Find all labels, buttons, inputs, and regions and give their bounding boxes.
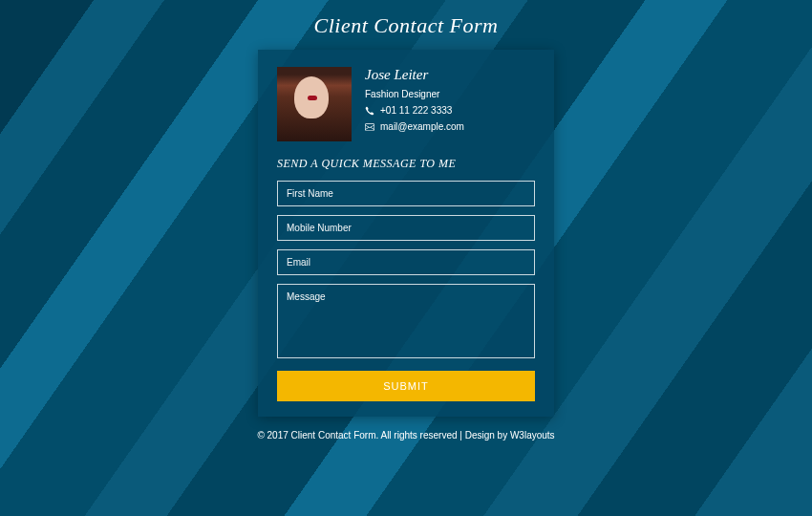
footer-design-link[interactable]: W3layouts xyxy=(510,430,555,441)
page-title: Client Contact Form xyxy=(314,13,499,38)
profile-section: Jose Leiter Fashion Designer +01 11 222 … xyxy=(277,67,535,141)
profile-role: Fashion Designer xyxy=(365,89,464,99)
profile-info: Jose Leiter Fashion Designer +01 11 222 … xyxy=(365,67,464,141)
email-input[interactable] xyxy=(277,249,535,275)
profile-phone: +01 11 222 3333 xyxy=(380,105,452,116)
mobile-number-input[interactable] xyxy=(277,215,535,241)
phone-icon xyxy=(365,106,374,116)
avatar xyxy=(277,67,352,141)
profile-phone-row: +01 11 222 3333 xyxy=(365,105,464,116)
footer-copyright: © 2017 Client Contact Form. All rights r… xyxy=(257,430,510,441)
envelope-icon xyxy=(365,122,374,132)
profile-email: mail@example.com xyxy=(380,121,464,132)
message-textarea[interactable] xyxy=(277,284,535,358)
first-name-input[interactable] xyxy=(277,181,535,206)
profile-email-row: mail@example.com xyxy=(365,121,464,132)
profile-name: Jose Leiter xyxy=(365,67,464,83)
footer: © 2017 Client Contact Form. All rights r… xyxy=(257,430,554,441)
form-title: SEND A QUICK MESSAGE TO ME xyxy=(277,157,535,171)
contact-card: Jose Leiter Fashion Designer +01 11 222 … xyxy=(258,50,554,417)
submit-button[interactable]: SUBMIT xyxy=(277,371,535,401)
